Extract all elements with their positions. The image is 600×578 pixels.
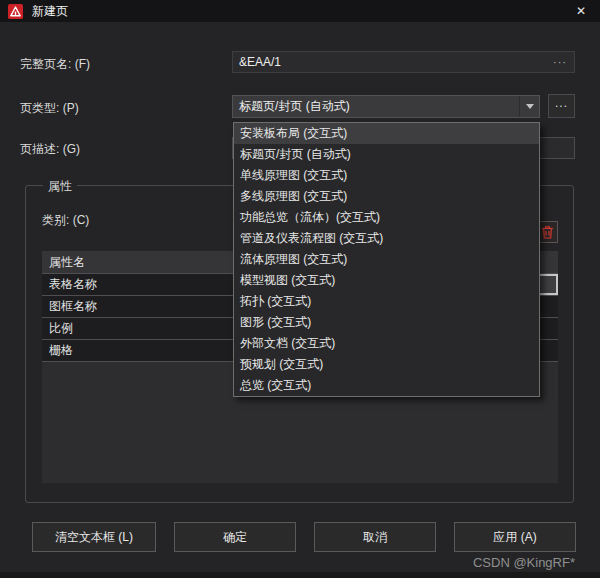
page-description-label: 页描述: (G) xyxy=(20,141,80,158)
page-type-browse-button[interactable]: ... xyxy=(548,94,575,118)
chevron-down-icon xyxy=(526,104,534,109)
page-type-combobox[interactable]: 标题页/封页 (自动式) xyxy=(232,95,540,118)
dropdown-item[interactable]: 管道及仪表流程图 (交互式) xyxy=(234,228,539,249)
properties-legend: 属性 xyxy=(43,178,77,195)
dropdown-item[interactable]: 多线原理图 (交互式) xyxy=(234,186,539,207)
dropdown-item[interactable]: 总览 (交互式) xyxy=(234,375,539,396)
cancel-button[interactable]: 取消 xyxy=(314,522,436,552)
dropdown-item[interactable]: 模型视图 (交互式) xyxy=(234,270,539,291)
watermark: CSDN @KingRF* xyxy=(473,555,575,570)
ok-button[interactable]: 确定 xyxy=(174,522,296,552)
close-button[interactable]: ✕ xyxy=(568,0,594,22)
combobox-dropdown-button[interactable] xyxy=(519,96,539,117)
dropdown-item[interactable]: 功能总览（流体）(交互式) xyxy=(234,207,539,228)
full-page-name-label: 完整页名: (F) xyxy=(20,56,90,73)
title-bar: 新建页 ✕ xyxy=(0,0,600,22)
category-label: 类别: (C) xyxy=(42,212,89,229)
page-type-label: 页类型: (P) xyxy=(20,100,79,117)
dropdown-item[interactable]: 单线原理图 (交互式) xyxy=(234,165,539,186)
property-name-cell[interactable]: 比例 xyxy=(42,318,235,339)
dropdown-item[interactable]: 拓扑 (交互式) xyxy=(234,291,539,312)
dropdown-item[interactable]: 流体原理图 (交互式) xyxy=(234,249,539,270)
apply-button[interactable]: 应用 (A) xyxy=(454,522,576,552)
property-name-header: 属性名 xyxy=(42,254,235,271)
dropdown-item[interactable]: 标题页/封页 (自动式) xyxy=(234,144,539,165)
property-name-cell[interactable]: 图框名称 xyxy=(42,296,235,317)
property-name-cell[interactable]: 栅格 xyxy=(42,340,235,361)
close-icon: ✕ xyxy=(576,4,586,18)
property-name-cell[interactable]: 表格名称 xyxy=(42,274,235,295)
window-title: 新建页 xyxy=(32,3,68,20)
full-page-name-value: &EAA/1 xyxy=(233,55,553,69)
full-page-name-input[interactable]: &EAA/1 ··· xyxy=(232,51,575,73)
dropdown-item[interactable]: 图形 (交互式) xyxy=(234,312,539,333)
new-page-dialog: 新建页 ✕ 完整页名: (F) &EAA/1 ··· 页类型: (P) 标题页/… xyxy=(0,0,600,578)
bottom-edge xyxy=(0,572,600,578)
trash-icon xyxy=(541,225,554,239)
dropdown-item[interactable]: 安装板布局 (交互式) xyxy=(234,123,539,144)
dropdown-item[interactable]: 预规划 (交互式) xyxy=(234,354,539,375)
page-type-value: 标题页/封页 (自动式) xyxy=(233,98,519,115)
clear-text-button[interactable]: 清空文本框 (L) xyxy=(32,522,156,552)
eplan-logo-icon xyxy=(8,4,23,19)
page-type-dropdown-list: 安装板布局 (交互式) 标题页/封页 (自动式) 单线原理图 (交互式) 多线原… xyxy=(233,122,540,397)
browse-ellipsis-icon[interactable]: ··· xyxy=(553,56,574,68)
dropdown-item[interactable]: 外部文档 (交互式) xyxy=(234,333,539,354)
